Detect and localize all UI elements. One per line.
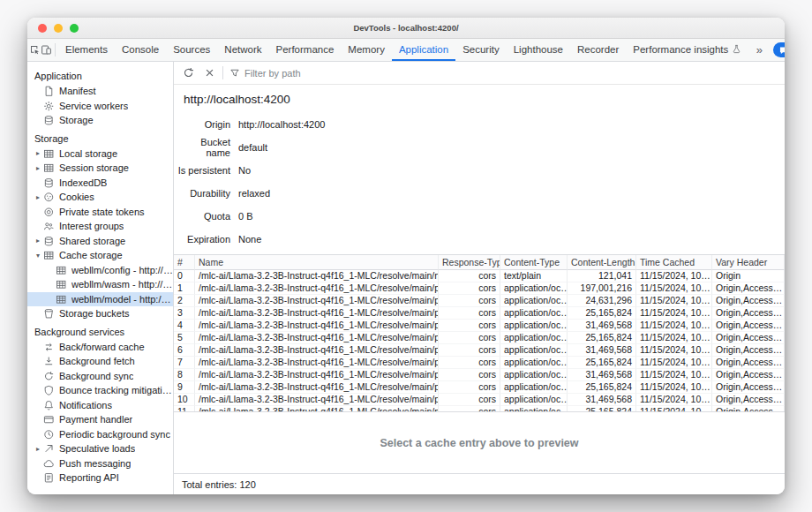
window-title: DevTools - localhost:4200/ xyxy=(27,23,785,33)
console-messages-badge[interactable]: 3 xyxy=(773,42,785,57)
table-row[interactable]: 5/mlc-ai/Llama-3.2-3B-Instruct-q4f16_1-M… xyxy=(174,332,785,344)
expand-arrow-icon[interactable]: ▸ xyxy=(34,193,42,201)
total-entries-label: Total entries: 120 xyxy=(182,479,256,490)
cell-content-type: application/oc… xyxy=(500,320,568,332)
tab-label: Sources xyxy=(173,44,210,55)
cell-: 6 xyxy=(174,344,195,357)
cell-: 4 xyxy=(174,320,195,332)
table-row[interactable]: 2/mlc-ai/Llama-3.2-3B-Instruct-q4f16_1-M… xyxy=(174,295,785,307)
sidebar-item-periodic-background-sync[interactable]: Periodic background sync xyxy=(27,427,173,442)
sidebar-item-speculative-loads[interactable]: ▸Speculative loads xyxy=(27,441,173,456)
report-icon xyxy=(42,471,55,484)
meta-label: Is persistent xyxy=(174,165,230,176)
sidebar-item-payment-handler[interactable]: Payment handler xyxy=(27,412,173,427)
meta-row-expiration: ExpirationNone xyxy=(174,228,785,251)
tab-network[interactable]: Network xyxy=(217,39,268,61)
sidebar-item-bounce-tracking-mitigations[interactable]: Bounce tracking mitigations xyxy=(27,383,173,398)
table-row[interactable]: 9/mlc-ai/Llama-3.2-3B-Instruct-q4f16_1-M… xyxy=(174,381,785,394)
tab-memory[interactable]: Memory xyxy=(341,39,392,61)
tab-console[interactable]: Console xyxy=(115,39,166,61)
table-row[interactable]: 1/mlc-ai/Llama-3.2-3B-Instruct-q4f16_1-M… xyxy=(174,282,785,295)
sidebar-item-label: Background fetch xyxy=(59,356,135,366)
sidebar-item-label: Cache storage xyxy=(59,250,123,260)
table-row[interactable]: 0/mlc-ai/Llama-3.2-3B-Instruct-q4f16_1-M… xyxy=(174,270,785,282)
column-header-name[interactable]: Name xyxy=(195,255,439,270)
sidebar-item-private-state-tokens[interactable]: Private state tokens xyxy=(27,205,173,220)
column-header-[interactable]: # xyxy=(174,255,195,270)
devtools-tabbar: ElementsConsoleSourcesNetworkPerformance… xyxy=(27,39,785,62)
expand-arrow-icon[interactable]: ▸ xyxy=(34,445,42,453)
cell-name: /mlc-ai/Llama-3.2-3B-Instruct-q4f16_1-ML… xyxy=(195,282,439,295)
meta-value: None xyxy=(238,234,261,245)
tab-sources[interactable]: Sources xyxy=(166,39,217,61)
more-tabs-button[interactable]: » xyxy=(748,44,770,56)
sidebar-item-storage-buckets[interactable]: Storage buckets xyxy=(27,306,173,321)
sidebar-item-webllm-model-http-loc[interactable]: webllm/model - http://loc… xyxy=(27,292,173,307)
cell-time-cached: 11/15/2024, 10… xyxy=(636,270,712,282)
expand-arrow-icon[interactable]: ▸ xyxy=(34,164,42,172)
sidebar-item-label: Speculative loads xyxy=(59,443,135,454)
close-window-button[interactable] xyxy=(38,24,47,33)
tab-elements[interactable]: Elements xyxy=(58,39,115,61)
cell-response-type: cors xyxy=(439,369,500,381)
tab-label: Lighthouse xyxy=(514,44,563,55)
table-row[interactable]: 8/mlc-ai/Llama-3.2-3B-Instruct-q4f16_1-M… xyxy=(174,369,785,381)
table-row[interactable]: 3/mlc-ai/Llama-3.2-3B-Instruct-q4f16_1-M… xyxy=(174,307,785,320)
sidebar-item-webllm-wasm-http-loca[interactable]: webllm/wasm - http://loca… xyxy=(27,277,173,292)
sidebar-item-label: Service workers xyxy=(59,101,128,111)
table-row[interactable]: 4/mlc-ai/Llama-3.2-3B-Instruct-q4f16_1-M… xyxy=(174,320,785,332)
delete-selected-icon[interactable] xyxy=(199,67,220,79)
tab-recorder[interactable]: Recorder xyxy=(570,39,626,61)
sidebar-item-storage[interactable]: Storage xyxy=(27,113,173,128)
sidebar-item-background-sync[interactable]: Background sync xyxy=(27,369,173,384)
sidebar-item-label: webllm/config - http://loc… xyxy=(71,265,173,275)
cell-name: /mlc-ai/Llama-3.2-3B-Instruct-q4f16_1-ML… xyxy=(195,320,439,332)
sidebar-item-webllm-config-http-loc[interactable]: webllm/config - http://loc… xyxy=(27,263,173,278)
sidebar-item-shared-storage[interactable]: ▸Shared storage xyxy=(27,234,173,249)
column-header-content-type[interactable]: Content-Type xyxy=(500,255,568,270)
expand-arrow-icon[interactable]: ▸ xyxy=(34,149,42,157)
tab-label: Console xyxy=(122,44,159,55)
filter-by-path-input[interactable] xyxy=(244,68,377,79)
inspect-element-icon[interactable] xyxy=(29,39,41,61)
sidebar-item-cache-storage[interactable]: ▾Cache storage xyxy=(27,248,173,263)
tab-application[interactable]: Application xyxy=(392,39,455,61)
doc-icon xyxy=(42,85,55,97)
sidebar-item-local-storage[interactable]: ▸Local storage xyxy=(27,147,173,162)
table-row[interactable]: 7/mlc-ai/Llama-3.2-3B-Instruct-q4f16_1-M… xyxy=(174,357,785,369)
sidebar-item-push-messaging[interactable]: Push messaging xyxy=(27,456,173,471)
sidebar-item-service-workers[interactable]: Service workers xyxy=(27,99,173,114)
table-row[interactable]: 10/mlc-ai/Llama-3.2-3B-Instruct-q4f16_1-… xyxy=(174,394,785,406)
cell-: 5 xyxy=(174,332,195,344)
table-row[interactable]: 6/mlc-ai/Llama-3.2-3B-Instruct-q4f16_1-M… xyxy=(174,344,785,357)
collapse-arrow-icon[interactable]: ▾ xyxy=(34,252,42,260)
expand-arrow-icon[interactable]: ▸ xyxy=(34,237,42,245)
tab-performance-insights[interactable]: Performance insights xyxy=(626,39,748,61)
refresh-icon[interactable] xyxy=(177,67,199,79)
column-header-vary-header[interactable]: Vary Header xyxy=(712,255,785,270)
column-header-response-type[interactable]: Response-Type xyxy=(439,255,500,270)
sidebar-item-label: Periodic background sync xyxy=(59,429,170,440)
tab-performance[interactable]: Performance xyxy=(269,39,342,61)
column-header-time-cached[interactable]: Time Cached xyxy=(636,255,712,270)
zoom-window-button[interactable] xyxy=(70,24,79,33)
shield-icon xyxy=(42,384,55,396)
cell-vary-header: Origin,Access… xyxy=(712,282,785,295)
sidebar-item-interest-groups[interactable]: Interest groups xyxy=(27,219,173,234)
sidebar-item-session-storage[interactable]: ▸Session storage xyxy=(27,161,173,176)
sidebar-item-indexeddb[interactable]: IndexedDB xyxy=(27,176,173,191)
minimize-window-button[interactable] xyxy=(54,24,63,33)
sidebar-item-background-fetch[interactable]: Background fetch xyxy=(27,354,173,369)
tab-label: Memory xyxy=(348,44,385,55)
column-header-content-length[interactable]: Content-Length xyxy=(568,255,636,270)
sidebar-item-back-forward-cache[interactable]: Back/forward cache xyxy=(27,340,173,355)
sidebar-item-notifications[interactable]: Notifications xyxy=(27,398,173,413)
sidebar-item-manifest[interactable]: Manifest xyxy=(27,84,173,99)
tab-lighthouse[interactable]: Lighthouse xyxy=(507,39,570,61)
cache-storage-panel: http://localhost:4200 Originhttp://local… xyxy=(174,62,785,494)
sidebar-item-cookies[interactable]: ▸Cookies xyxy=(27,190,173,205)
tab-security[interactable]: Security xyxy=(455,39,507,61)
device-toolbar-icon[interactable] xyxy=(41,39,52,61)
sidebar-item-reporting-api[interactable]: Reporting API xyxy=(27,471,173,486)
sidebar-item-label: Local storage xyxy=(59,148,117,159)
